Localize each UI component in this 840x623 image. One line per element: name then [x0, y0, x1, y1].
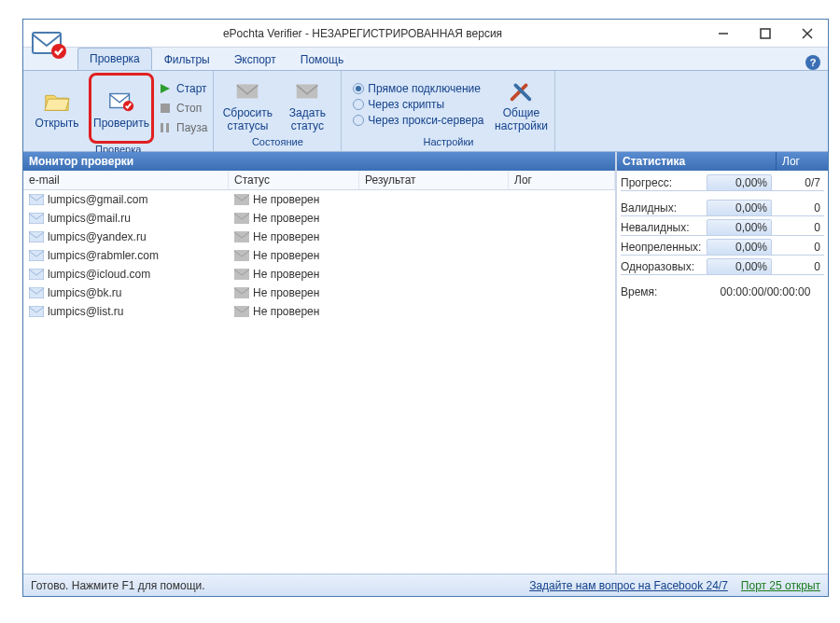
cell-result	[359, 254, 509, 257]
stat-progress: Прогресс:0,00%0/7	[621, 174, 824, 191]
status-ready: Готово. Нажмите F1 для помощи.	[31, 579, 205, 592]
cell-email: lumpics@list.ru	[23, 303, 229, 320]
set-status-button[interactable]: Задать статус	[279, 74, 335, 135]
svg-rect-28	[29, 306, 44, 317]
maximize-button[interactable]	[744, 20, 786, 47]
cell-status: Не проверен	[229, 210, 359, 227]
side-panel: Статистика Лог Прогресс:0,00%0/7 Валидны…	[617, 152, 828, 574]
cell-result	[359, 235, 509, 239]
svg-rect-1	[761, 29, 770, 38]
col-email[interactable]: e-mail	[23, 171, 229, 189]
stop-button[interactable]: Стоп	[158, 99, 207, 118]
radio-direct[interactable]: Прямое подключение	[353, 82, 483, 95]
menubar: Проверка Фильтры Экспорт Помощь ?	[23, 48, 828, 70]
tab-filters[interactable]: Фильтры	[152, 48, 222, 70]
svg-rect-11	[166, 123, 169, 132]
verify-button[interactable]: Проверить	[93, 77, 149, 139]
table-row[interactable]: lumpics@yandex.ruНе проверен	[23, 228, 615, 246]
cell-result	[359, 272, 509, 276]
table-body: lumpics@gmail.comНе проверенlumpics@mail…	[23, 190, 615, 574]
cell-status: Не проверен	[229, 228, 359, 245]
envelope-check-icon	[107, 87, 135, 115]
cell-result	[359, 310, 509, 313]
table-row[interactable]: lumpics@bk.ruНе проверен	[23, 284, 615, 302]
svg-marker-8	[161, 84, 170, 93]
col-log[interactable]: Лог	[509, 171, 615, 189]
svg-rect-13	[297, 84, 318, 98]
monitor-panel: Монитор проверки e-mail Статус Результат…	[23, 152, 617, 574]
cell-status: Не проверен	[229, 303, 359, 320]
stat-valid: Валидных:0,00%0	[621, 200, 824, 216]
svg-rect-23	[234, 250, 249, 261]
table-row[interactable]: lumpics@list.ruНе проверен	[23, 302, 615, 321]
stat-invalid: Невалидных:0,00%0	[621, 219, 824, 236]
svg-rect-9	[161, 104, 170, 113]
envelope-grey-icon	[233, 76, 261, 104]
cell-status: Не проверен	[229, 191, 359, 208]
cell-email: lumpics@gmail.com	[23, 191, 229, 208]
titlebar: ePochta Verifier - НЕЗАРЕГИСТРИРОВАННАЯ …	[23, 20, 828, 48]
cell-log	[509, 198, 615, 201]
tab-export[interactable]: Экспорт	[222, 48, 288, 70]
radio-icon	[353, 83, 364, 94]
stat-undef: Неопреленных:0,00%0	[621, 239, 824, 256]
cell-result	[359, 198, 509, 201]
svg-rect-29	[234, 306, 249, 317]
col-result[interactable]: Результат	[359, 171, 509, 189]
verify-button-highlight: Проверить	[89, 73, 154, 144]
open-button[interactable]: Открыть	[29, 77, 85, 139]
radio-scripts[interactable]: Через скрипты	[353, 98, 483, 111]
cell-email: lumpics@icloud.com	[23, 266, 229, 283]
link-facebook[interactable]: Задайте нам вопрос на Facebook 24/7	[529, 579, 728, 592]
content-area: Монитор проверки e-mail Статус Результат…	[23, 152, 828, 574]
radio-icon	[353, 99, 364, 110]
tab-stats[interactable]: Статистика	[617, 152, 776, 171]
cell-result	[359, 216, 509, 220]
ribbon-group-settings: Прямое подключение Через скрипты Через п…	[342, 71, 555, 151]
radio-proxy[interactable]: Через прокси-сервера	[353, 114, 483, 127]
cell-email: lumpics@yandex.ru	[23, 228, 229, 245]
cell-result	[359, 291, 509, 295]
table-row[interactable]: lumpics@icloud.comНе проверен	[23, 265, 615, 284]
reset-status-button[interactable]: Сбросить статусы	[219, 74, 275, 135]
stat-time: Время:00:00:00/00:00:00	[621, 284, 824, 300]
table-row[interactable]: lumpics@gmail.comНе проверен	[23, 190, 615, 209]
svg-rect-20	[29, 231, 44, 242]
svg-rect-17	[234, 194, 249, 205]
link-port[interactable]: Порт 25 открыт	[741, 579, 820, 592]
svg-rect-18	[29, 213, 44, 224]
col-status[interactable]: Статус	[229, 171, 359, 189]
cell-log	[509, 235, 615, 239]
tab-help[interactable]: Помощь	[288, 48, 356, 70]
monitor-header: Монитор проверки	[23, 152, 615, 171]
settings-button[interactable]: Общие настройки	[493, 74, 549, 135]
table-row[interactable]: lumpics@rabmler.comНе проверен	[23, 246, 615, 265]
app-logo-icon	[29, 23, 70, 64]
cell-email: lumpics@rabmler.com	[23, 247, 229, 264]
svg-rect-24	[29, 269, 44, 280]
window-title: ePochta Verifier - НЕЗАРЕГИСТРИРОВАННАЯ …	[23, 27, 702, 40]
pause-button[interactable]: Пауза	[158, 118, 207, 137]
minimize-button[interactable]	[702, 20, 744, 47]
stat-once: Одноразовых:0,00%0	[621, 258, 824, 275]
ribbon: Открыть Проверить Старт Стоп	[23, 70, 828, 152]
cell-email: lumpics@mail.ru	[23, 210, 229, 227]
tab-verify[interactable]: Проверка	[77, 48, 152, 70]
radio-icon	[353, 115, 364, 126]
ribbon-group-verify: Открыть Проверить Старт Стоп	[23, 71, 214, 151]
close-button[interactable]	[786, 20, 828, 47]
cell-log	[509, 216, 615, 220]
cell-email: lumpics@bk.ru	[23, 284, 229, 301]
svg-rect-10	[161, 123, 163, 132]
help-icon[interactable]: ?	[805, 55, 820, 70]
tools-icon	[507, 76, 535, 104]
start-button[interactable]: Старт	[158, 79, 207, 98]
stop-icon	[158, 102, 173, 115]
cell-status: Не проверен	[229, 247, 359, 264]
svg-rect-12	[237, 84, 259, 98]
svg-rect-19	[234, 213, 249, 224]
pause-icon	[158, 121, 173, 134]
tab-log[interactable]: Лог	[776, 152, 828, 171]
table-row[interactable]: lumpics@mail.ruНе проверен	[23, 209, 615, 228]
ribbon-group-label: Настройки	[347, 136, 549, 150]
